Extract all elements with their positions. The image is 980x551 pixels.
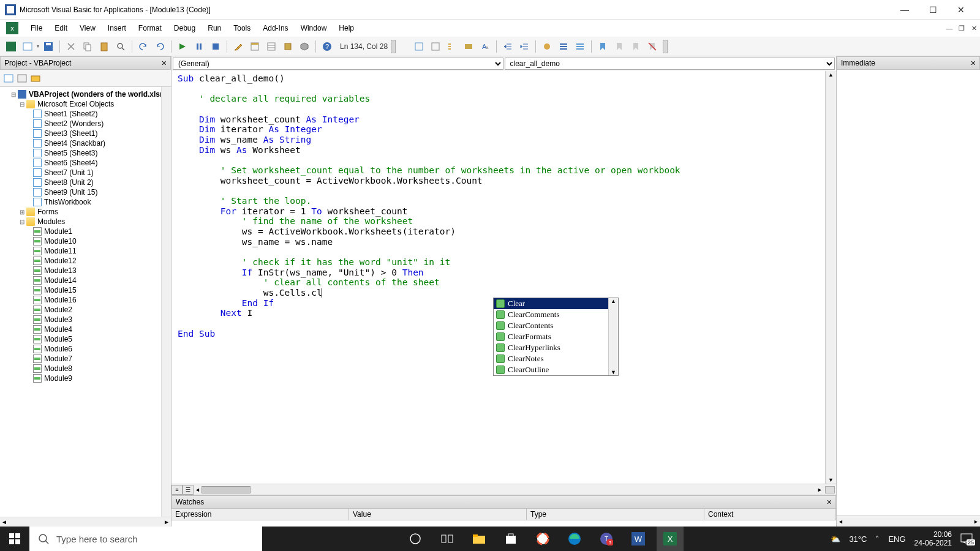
taskbar-search-box[interactable]: Type here to search <box>29 527 262 551</box>
break-button[interactable] <box>192 39 206 54</box>
project-explorer-button[interactable] <box>247 39 262 54</box>
tree-sheet-item[interactable]: Sheet6 (Sheet4) <box>33 158 170 168</box>
menu-edit[interactable]: Edit <box>48 21 74 35</box>
tree-vertical-scrollbar[interactable] <box>161 87 171 517</box>
tree-module-item[interactable]: Module15 <box>33 285 170 295</box>
tree-sheet-item[interactable]: Sheet8 (Unit 2) <box>33 178 170 187</box>
toolbar-overflow-1[interactable] <box>391 40 396 53</box>
menu-insert[interactable]: Insert <box>102 21 132 35</box>
project-explorer-close-button[interactable]: × <box>162 58 167 68</box>
help-button[interactable]: ? <box>320 39 334 54</box>
view-object-button[interactable] <box>17 73 27 83</box>
intellisense-item[interactable]: ClearContents <box>494 320 618 331</box>
object-browser-button[interactable] <box>281 39 295 54</box>
quick-info-button[interactable]: Aa <box>478 39 492 54</box>
mdi-close-button[interactable]: ✕ <box>968 22 980 34</box>
minimize-button[interactable]: — <box>891 0 919 20</box>
bookmark-toggle-button[interactable] <box>595 39 610 54</box>
menu-format[interactable]: Format <box>132 21 168 35</box>
save-button[interactable] <box>41 39 56 54</box>
toolbox-button[interactable] <box>297 39 312 54</box>
tree-sheet-item[interactable]: Sheet4 (Snackbar) <box>33 138 170 148</box>
file-explorer-button[interactable] <box>466 527 492 551</box>
cortana-button[interactable] <box>402 527 429 551</box>
design-mode-button[interactable] <box>231 39 246 54</box>
procedure-view-button[interactable]: ≡ <box>172 485 183 495</box>
list-constants-button[interactable] <box>461 39 476 54</box>
code-vertical-scrollbar[interactable]: ▲▼ <box>825 71 836 484</box>
undo-button[interactable] <box>136 39 151 54</box>
tree-modules-folder[interactable]: Modules <box>20 217 170 227</box>
watches-column-header[interactable]: Value <box>349 509 527 520</box>
run-button[interactable] <box>175 39 190 54</box>
start-button[interactable] <box>0 527 29 551</box>
tree-module-item[interactable]: Module5 <box>33 334 170 344</box>
tree-module-item[interactable]: Module14 <box>33 276 170 285</box>
menu-run[interactable]: Run <box>202 21 227 35</box>
notifications-button[interactable]: 25 <box>960 533 973 544</box>
immediate-horizontal-scrollbar[interactable]: ◄► <box>837 515 980 527</box>
excel-view-button[interactable] <box>4 39 18 54</box>
menu-debug[interactable]: Debug <box>168 21 202 35</box>
watches-column-header[interactable]: Context <box>704 509 836 520</box>
tree-sheet-item[interactable]: Sheet7 (Unit 1) <box>33 168 170 178</box>
insert-dropdown-button[interactable] <box>20 39 35 54</box>
toggle-folders-button[interactable] <box>31 73 40 83</box>
tree-module-item[interactable]: Module13 <box>33 266 170 276</box>
edit-tool-1[interactable] <box>412 39 426 54</box>
menu-help[interactable]: Help <box>333 21 360 35</box>
tree-sheet-item[interactable]: Sheet1 (Sheet2) <box>33 109 170 119</box>
watches-column-header[interactable]: Type <box>527 509 704 520</box>
watches-column-header[interactable]: Expression <box>172 509 349 520</box>
tree-forms-folder[interactable]: Forms <box>20 207 170 217</box>
tree-module-item[interactable]: Module9 <box>33 373 170 383</box>
tree-sheet-item[interactable]: Sheet3 (Sheet1) <box>33 129 170 138</box>
bookmark-next-button[interactable] <box>612 39 627 54</box>
temperature-label[interactable]: 31°C <box>849 534 867 544</box>
procedure-dropdown[interactable]: clear_all_demo <box>505 58 835 70</box>
tree-module-item[interactable]: Module1 <box>33 227 170 236</box>
tree-module-item[interactable]: Module16 <box>33 295 170 305</box>
intellisense-item[interactable]: ClearHyperlinks <box>494 342 618 353</box>
tree-sheet-item[interactable]: Sheet9 (Unit 15) <box>33 187 170 197</box>
project-tree[interactable]: VBAProject (wonders of the world.xlsm) M… <box>0 87 171 517</box>
immediate-text-area[interactable] <box>837 70 980 515</box>
properties-button[interactable] <box>264 39 279 54</box>
tree-project-root[interactable]: VBAProject (wonders of the world.xlsm) <box>11 89 170 99</box>
tree-excel-objects-folder[interactable]: Microsoft Excel Objects <box>20 99 170 109</box>
breakpoint-button[interactable] <box>540 39 554 54</box>
paste-button[interactable] <box>97 39 111 54</box>
copy-button[interactable] <box>80 39 95 54</box>
intellisense-item[interactable]: ClearFormats <box>494 331 618 342</box>
reset-button[interactable] <box>208 39 223 54</box>
bookmark-prev-button[interactable] <box>628 39 643 54</box>
menu-window[interactable]: Window <box>295 21 333 35</box>
intellisense-item[interactable]: ClearComments <box>494 309 618 320</box>
tree-module-item[interactable]: Module7 <box>33 354 170 364</box>
tree-sheet-item[interactable]: Sheet2 (Wonders) <box>33 119 170 129</box>
taskbar-clock[interactable]: 20:06 24-06-2021 <box>914 530 952 548</box>
microsoft-store-button[interactable] <box>497 527 524 551</box>
uncomment-block-button[interactable] <box>573 39 587 54</box>
tray-chevron-icon[interactable]: ˄ <box>875 534 880 544</box>
intellisense-item[interactable]: ClearNotes <box>494 353 618 364</box>
tree-module-item[interactable]: Module11 <box>33 246 170 256</box>
code-text-editor[interactable]: Sub clear_all_demo() ' declare all requi… <box>172 71 825 484</box>
full-module-view-button[interactable]: ☰ <box>183 485 194 495</box>
menu-file[interactable]: File <box>24 21 48 35</box>
intellisense-popup[interactable]: ClearClearCommentsClearContentsClearForm… <box>493 298 619 376</box>
language-indicator[interactable]: ENG <box>888 534 905 544</box>
maximize-button[interactable]: ☐ <box>919 0 947 20</box>
tree-module-item[interactable]: Module6 <box>33 344 170 354</box>
list-properties-button[interactable] <box>445 39 459 54</box>
indent-button[interactable] <box>500 39 515 54</box>
tree-module-item[interactable]: Module2 <box>33 305 170 315</box>
tree-module-item[interactable]: Module8 <box>33 364 170 373</box>
cut-button[interactable] <box>64 39 78 54</box>
word-button[interactable]: W <box>625 527 652 551</box>
excel-button[interactable]: X <box>657 527 684 551</box>
edge-button[interactable] <box>561 527 588 551</box>
task-view-button[interactable] <box>434 527 461 551</box>
browser-button-1[interactable] <box>529 527 556 551</box>
outdent-button[interactable] <box>517 39 532 54</box>
